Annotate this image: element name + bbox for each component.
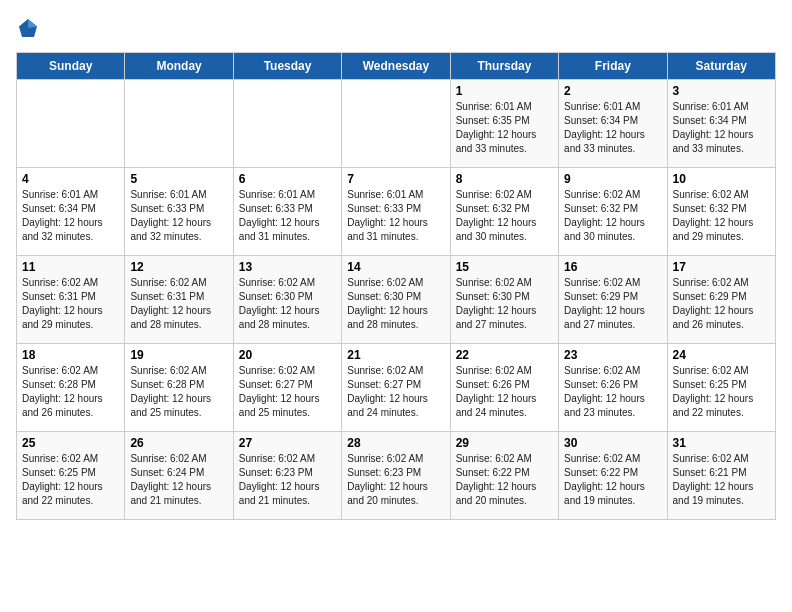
- day-number: 4: [22, 172, 119, 186]
- day-number: 5: [130, 172, 227, 186]
- cell-w2-d7: 10Sunrise: 6:02 AM Sunset: 6:32 PM Dayli…: [667, 168, 775, 256]
- cell-w5-d4: 28Sunrise: 6:02 AM Sunset: 6:23 PM Dayli…: [342, 432, 450, 520]
- day-info: Sunrise: 6:02 AM Sunset: 6:31 PM Dayligh…: [22, 276, 119, 332]
- calendar-body: 1Sunrise: 6:01 AM Sunset: 6:35 PM Daylig…: [17, 80, 776, 520]
- cell-w1-d3: [233, 80, 341, 168]
- day-info: Sunrise: 6:02 AM Sunset: 6:30 PM Dayligh…: [456, 276, 553, 332]
- cell-w5-d2: 26Sunrise: 6:02 AM Sunset: 6:24 PM Dayli…: [125, 432, 233, 520]
- day-number: 25: [22, 436, 119, 450]
- day-info: Sunrise: 6:01 AM Sunset: 6:33 PM Dayligh…: [239, 188, 336, 244]
- day-info: Sunrise: 6:02 AM Sunset: 6:27 PM Dayligh…: [347, 364, 444, 420]
- header-sunday: Sunday: [17, 53, 125, 80]
- day-number: 24: [673, 348, 770, 362]
- cell-w5-d3: 27Sunrise: 6:02 AM Sunset: 6:23 PM Dayli…: [233, 432, 341, 520]
- day-info: Sunrise: 6:02 AM Sunset: 6:25 PM Dayligh…: [22, 452, 119, 508]
- cell-w3-d5: 15Sunrise: 6:02 AM Sunset: 6:30 PM Dayli…: [450, 256, 558, 344]
- cell-w1-d2: [125, 80, 233, 168]
- day-info: Sunrise: 6:02 AM Sunset: 6:29 PM Dayligh…: [564, 276, 661, 332]
- days-header-row: Sunday Monday Tuesday Wednesday Thursday…: [17, 53, 776, 80]
- day-info: Sunrise: 6:02 AM Sunset: 6:23 PM Dayligh…: [347, 452, 444, 508]
- header-saturday: Saturday: [667, 53, 775, 80]
- cell-w2-d3: 6Sunrise: 6:01 AM Sunset: 6:33 PM Daylig…: [233, 168, 341, 256]
- day-info: Sunrise: 6:01 AM Sunset: 6:33 PM Dayligh…: [347, 188, 444, 244]
- day-info: Sunrise: 6:02 AM Sunset: 6:23 PM Dayligh…: [239, 452, 336, 508]
- day-number: 10: [673, 172, 770, 186]
- day-number: 28: [347, 436, 444, 450]
- cell-w5-d6: 30Sunrise: 6:02 AM Sunset: 6:22 PM Dayli…: [559, 432, 667, 520]
- day-number: 18: [22, 348, 119, 362]
- cell-w3-d1: 11Sunrise: 6:02 AM Sunset: 6:31 PM Dayli…: [17, 256, 125, 344]
- day-number: 8: [456, 172, 553, 186]
- day-info: Sunrise: 6:02 AM Sunset: 6:32 PM Dayligh…: [564, 188, 661, 244]
- cell-w1-d7: 3Sunrise: 6:01 AM Sunset: 6:34 PM Daylig…: [667, 80, 775, 168]
- calendar-table: Sunday Monday Tuesday Wednesday Thursday…: [16, 52, 776, 520]
- day-info: Sunrise: 6:02 AM Sunset: 6:30 PM Dayligh…: [347, 276, 444, 332]
- day-number: 23: [564, 348, 661, 362]
- page-header: [16, 16, 776, 40]
- header-wednesday: Wednesday: [342, 53, 450, 80]
- day-number: 9: [564, 172, 661, 186]
- day-number: 20: [239, 348, 336, 362]
- cell-w4-d4: 21Sunrise: 6:02 AM Sunset: 6:27 PM Dayli…: [342, 344, 450, 432]
- day-info: Sunrise: 6:02 AM Sunset: 6:32 PM Dayligh…: [673, 188, 770, 244]
- day-info: Sunrise: 6:02 AM Sunset: 6:28 PM Dayligh…: [22, 364, 119, 420]
- cell-w4-d6: 23Sunrise: 6:02 AM Sunset: 6:26 PM Dayli…: [559, 344, 667, 432]
- day-number: 30: [564, 436, 661, 450]
- week-row-4: 18Sunrise: 6:02 AM Sunset: 6:28 PM Dayli…: [17, 344, 776, 432]
- cell-w5-d1: 25Sunrise: 6:02 AM Sunset: 6:25 PM Dayli…: [17, 432, 125, 520]
- day-number: 15: [456, 260, 553, 274]
- day-number: 29: [456, 436, 553, 450]
- day-number: 22: [456, 348, 553, 362]
- cell-w4-d7: 24Sunrise: 6:02 AM Sunset: 6:25 PM Dayli…: [667, 344, 775, 432]
- cell-w5-d5: 29Sunrise: 6:02 AM Sunset: 6:22 PM Dayli…: [450, 432, 558, 520]
- day-number: 3: [673, 84, 770, 98]
- day-info: Sunrise: 6:02 AM Sunset: 6:32 PM Dayligh…: [456, 188, 553, 244]
- day-info: Sunrise: 6:02 AM Sunset: 6:25 PM Dayligh…: [673, 364, 770, 420]
- day-number: 16: [564, 260, 661, 274]
- day-number: 27: [239, 436, 336, 450]
- header-tuesday: Tuesday: [233, 53, 341, 80]
- week-row-1: 1Sunrise: 6:01 AM Sunset: 6:35 PM Daylig…: [17, 80, 776, 168]
- cell-w4-d1: 18Sunrise: 6:02 AM Sunset: 6:28 PM Dayli…: [17, 344, 125, 432]
- day-number: 13: [239, 260, 336, 274]
- day-info: Sunrise: 6:02 AM Sunset: 6:29 PM Dayligh…: [673, 276, 770, 332]
- day-number: 17: [673, 260, 770, 274]
- day-number: 7: [347, 172, 444, 186]
- day-info: Sunrise: 6:02 AM Sunset: 6:31 PM Dayligh…: [130, 276, 227, 332]
- cell-w2-d1: 4Sunrise: 6:01 AM Sunset: 6:34 PM Daylig…: [17, 168, 125, 256]
- day-number: 31: [673, 436, 770, 450]
- day-number: 1: [456, 84, 553, 98]
- cell-w2-d4: 7Sunrise: 6:01 AM Sunset: 6:33 PM Daylig…: [342, 168, 450, 256]
- day-number: 19: [130, 348, 227, 362]
- cell-w3-d3: 13Sunrise: 6:02 AM Sunset: 6:30 PM Dayli…: [233, 256, 341, 344]
- cell-w4-d3: 20Sunrise: 6:02 AM Sunset: 6:27 PM Dayli…: [233, 344, 341, 432]
- cell-w3-d4: 14Sunrise: 6:02 AM Sunset: 6:30 PM Dayli…: [342, 256, 450, 344]
- cell-w3-d6: 16Sunrise: 6:02 AM Sunset: 6:29 PM Dayli…: [559, 256, 667, 344]
- header-monday: Monday: [125, 53, 233, 80]
- day-info: Sunrise: 6:02 AM Sunset: 6:24 PM Dayligh…: [130, 452, 227, 508]
- cell-w4-d5: 22Sunrise: 6:02 AM Sunset: 6:26 PM Dayli…: [450, 344, 558, 432]
- day-info: Sunrise: 6:01 AM Sunset: 6:34 PM Dayligh…: [22, 188, 119, 244]
- logo: [16, 16, 44, 40]
- day-number: 6: [239, 172, 336, 186]
- day-info: Sunrise: 6:01 AM Sunset: 6:35 PM Dayligh…: [456, 100, 553, 156]
- day-info: Sunrise: 6:02 AM Sunset: 6:22 PM Dayligh…: [564, 452, 661, 508]
- cell-w2-d5: 8Sunrise: 6:02 AM Sunset: 6:32 PM Daylig…: [450, 168, 558, 256]
- cell-w2-d6: 9Sunrise: 6:02 AM Sunset: 6:32 PM Daylig…: [559, 168, 667, 256]
- day-number: 11: [22, 260, 119, 274]
- cell-w1-d1: [17, 80, 125, 168]
- day-info: Sunrise: 6:02 AM Sunset: 6:27 PM Dayligh…: [239, 364, 336, 420]
- header-thursday: Thursday: [450, 53, 558, 80]
- day-info: Sunrise: 6:02 AM Sunset: 6:22 PM Dayligh…: [456, 452, 553, 508]
- day-info: Sunrise: 6:02 AM Sunset: 6:26 PM Dayligh…: [456, 364, 553, 420]
- cell-w3-d7: 17Sunrise: 6:02 AM Sunset: 6:29 PM Dayli…: [667, 256, 775, 344]
- cell-w1-d5: 1Sunrise: 6:01 AM Sunset: 6:35 PM Daylig…: [450, 80, 558, 168]
- header-friday: Friday: [559, 53, 667, 80]
- day-info: Sunrise: 6:01 AM Sunset: 6:33 PM Dayligh…: [130, 188, 227, 244]
- day-info: Sunrise: 6:01 AM Sunset: 6:34 PM Dayligh…: [564, 100, 661, 156]
- day-number: 14: [347, 260, 444, 274]
- day-number: 2: [564, 84, 661, 98]
- cell-w3-d2: 12Sunrise: 6:02 AM Sunset: 6:31 PM Dayli…: [125, 256, 233, 344]
- day-number: 21: [347, 348, 444, 362]
- cell-w5-d7: 31Sunrise: 6:02 AM Sunset: 6:21 PM Dayli…: [667, 432, 775, 520]
